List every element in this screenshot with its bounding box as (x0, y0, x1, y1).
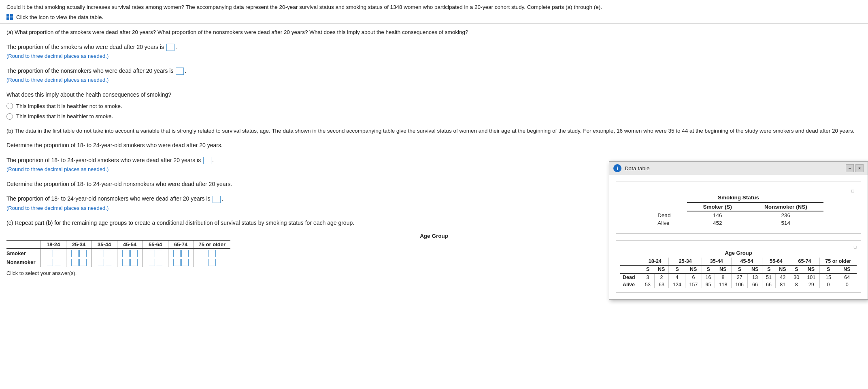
grid-icon[interactable] (6, 14, 13, 20)
alive-18-24-s: 53 (641, 281, 654, 288)
smoker-65-74-cell[interactable] (168, 249, 194, 258)
nonsmoker-55-64-cell[interactable] (143, 258, 168, 267)
nonsmoker-18-24-box1[interactable] (46, 259, 53, 266)
dead-nonsmoker-val: 236 (748, 211, 823, 219)
smoker-55-64-cell[interactable] (143, 249, 168, 258)
alive-row: Alive 452 514 (653, 219, 823, 227)
dead-35-44-s: 16 (702, 273, 715, 281)
smoker-25-34-box2[interactable] (79, 250, 87, 257)
age-group-popup-title: Age Group (620, 250, 857, 256)
dead-35-44-ns: 8 (715, 273, 732, 281)
proportion-ns-input[interactable] (213, 196, 221, 203)
alive-55-64-s: 66 (762, 281, 775, 288)
smoker-45-54-cell[interactable] (117, 249, 143, 258)
part-a-heading: (a) What proportion of the smokers were … (6, 28, 862, 37)
dead-row: Dead 146 236 (653, 211, 823, 219)
nonsmoker-45-54-cell[interactable] (117, 258, 143, 267)
determine-smoker-label: Determine the proportion of 18- to 24-ye… (6, 141, 862, 150)
age-col-35-44: 35-44 (91, 240, 117, 249)
top-banner: Could it be that smoking actually increa… (0, 0, 868, 24)
smoker-75-older-cell[interactable] (194, 249, 230, 258)
dead-age-row: Dead 3 2 4 6 16 8 27 13 51 42 30 (620, 273, 857, 281)
radio-circle-1[interactable] (6, 103, 13, 109)
nonsmoker-55-64-box2[interactable] (156, 259, 163, 266)
nonsmoker-18-24-box2[interactable] (54, 259, 61, 266)
alive-65-74-ns: 29 (803, 281, 819, 288)
nonsmoker-25-34-box2[interactable] (79, 259, 87, 266)
smoker-45-54-box1[interactable] (122, 250, 130, 257)
smoker-35-44-box2[interactable] (105, 250, 112, 257)
age-col-25-34: 25-34 (66, 240, 91, 249)
nonsmoker-35-44-box1[interactable] (97, 259, 104, 266)
nonsmoker-proportion-section: The proportion of the nonsmokers who wer… (6, 66, 862, 85)
icon-label: Click the icon to view the data table. (16, 14, 103, 20)
age-group-45-54-header: 45-54 (731, 258, 762, 265)
dead-smoker-val: 146 (687, 211, 748, 219)
nonsmoker-65-74-box1[interactable] (173, 259, 181, 266)
alive-45-54-ns: 66 (748, 281, 762, 288)
implies-question: What does this imply about the health co… (6, 90, 862, 99)
smoker-65-74-box2[interactable] (181, 250, 189, 257)
smoker-35-44-box1[interactable] (97, 250, 104, 257)
smoker-25-34-box1[interactable] (71, 250, 79, 257)
dead-label: Dead (653, 211, 687, 219)
alive-label: Alive (653, 219, 687, 227)
nonsmoker-35-44-box2[interactable] (105, 259, 112, 266)
table-row-smoker: Smoker (6, 249, 230, 258)
minimize-button[interactable]: − (846, 164, 854, 172)
smoker-18-24-box2[interactable] (54, 250, 61, 257)
nonsmoker-55-64-box1[interactable] (148, 259, 155, 266)
smoker-55-64-box1[interactable] (148, 250, 155, 257)
proportion-smoker-label: The proportion of 18- to 24-year-old smo… (6, 157, 201, 163)
nonsmoker-45-54-box2[interactable] (130, 259, 138, 266)
nonsmoker-25-34-box1[interactable] (71, 259, 79, 266)
age-group-65-74-header: 65-74 (790, 258, 819, 265)
smoker-75-older-box1[interactable] (208, 250, 216, 257)
smoker-s-header: Smoker (S) (687, 203, 748, 211)
ns1: NS (654, 265, 669, 273)
age-group-35-44-header: 35-44 (702, 258, 731, 265)
radio-circle-2[interactable] (6, 113, 13, 120)
nonsmoker-label: The proportion of the nonsmokers who wer… (6, 68, 173, 74)
radio-item-1[interactable]: This implies that it is healthier not to… (6, 102, 862, 111)
age-group-table: 18-24 25-34 35-44 45-54 55-64 65-74 75 o… (6, 240, 230, 267)
nonsmoker-75-older-cell[interactable] (194, 258, 230, 267)
smoker-45-54-box2[interactable] (130, 250, 138, 257)
dead-45-54-ns: 13 (748, 273, 762, 281)
determine-smoker-section: Determine the proportion of 18- to 24-ye… (6, 141, 862, 150)
radio-group: This implies that it is healthier not to… (6, 102, 862, 121)
nonsmoker-input-box[interactable] (176, 68, 184, 75)
ns2: NS (685, 265, 702, 273)
age-group-25-34-header: 25-34 (669, 258, 702, 265)
alive-age-label: Alive (620, 281, 641, 288)
nonsmoker-25-34-cell[interactable] (66, 258, 91, 267)
nonsmoker-35-44-cell[interactable] (91, 258, 117, 267)
nonsmoker-65-74-box2[interactable] (181, 259, 189, 266)
smoking-status-title: Smoking Status (623, 194, 854, 201)
dead-65-74-ns: 101 (803, 273, 819, 281)
smoker-35-44-cell[interactable] (91, 249, 117, 258)
nonsmoker-45-54-box1[interactable] (122, 259, 130, 266)
alive-25-34-ns: 157 (685, 281, 702, 288)
nonsmoker-75-older-box1[interactable] (208, 259, 216, 266)
proportion-smoker-input[interactable] (203, 157, 211, 164)
alive-35-44-ns: 118 (715, 281, 732, 288)
alive-nonsmoker-val: 514 (748, 219, 823, 227)
smoker-input-box[interactable] (166, 44, 174, 51)
implies-section: What does this imply about the health co… (6, 90, 862, 121)
smoker-55-64-box2[interactable] (156, 250, 163, 257)
nonsmoker-18-24-cell[interactable] (40, 258, 66, 267)
main-content: (a) What proportion of the smokers were … (0, 24, 868, 389)
smoker-65-74-box1[interactable] (173, 250, 181, 257)
close-button[interactable]: × (855, 164, 864, 172)
radio-item-2[interactable]: This implies that it is healthier to smo… (6, 112, 862, 121)
smoker-25-34-cell[interactable] (66, 249, 91, 258)
smoker-18-24-box1[interactable] (46, 250, 53, 257)
popup-title: Data table (625, 165, 842, 171)
nonsmoker-65-74-cell[interactable] (168, 258, 194, 267)
smoker-proportion-section: The proportion of the smokers who were d… (6, 42, 862, 61)
smoker-18-24-cell[interactable] (40, 249, 66, 258)
alive-75-ns: 0 (837, 281, 857, 288)
s6: S (790, 265, 803, 273)
age-group-55-64-header: 55-64 (762, 258, 790, 265)
